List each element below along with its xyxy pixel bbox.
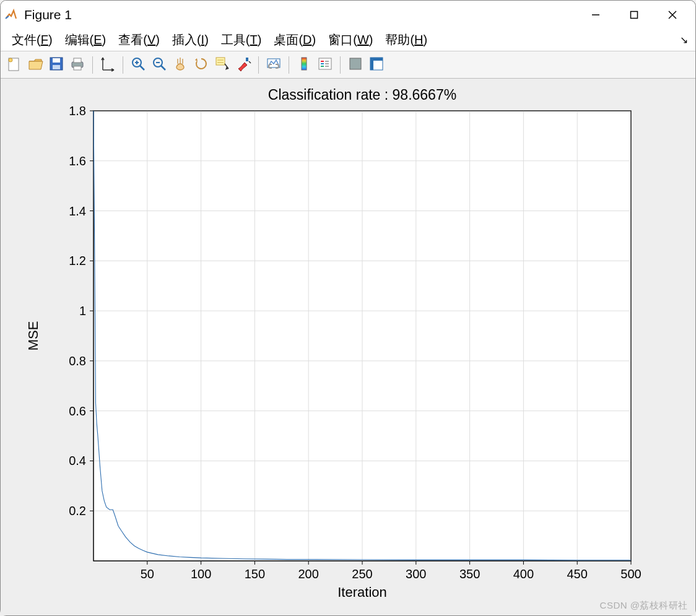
- colorbar-icon: [295, 55, 313, 75]
- x-tick-label: 100: [191, 567, 211, 581]
- legend-button[interactable]: [315, 55, 335, 75]
- edit-plot-icon: [99, 55, 116, 75]
- window-title: Figure 1: [24, 7, 576, 22]
- menu-item-v[interactable]: 查看(V): [112, 29, 166, 51]
- menu-item-w[interactable]: 窗口(W): [322, 29, 379, 51]
- pan-icon: [172, 55, 189, 75]
- x-tick-label: 450: [567, 567, 588, 581]
- x-tick-label: 50: [141, 567, 154, 581]
- save-icon: [48, 55, 65, 75]
- x-tick-label: 300: [406, 567, 426, 581]
- data-cursor-icon: [214, 55, 231, 75]
- minimize-button[interactable]: [576, 1, 615, 28]
- x-tick-label: 350: [459, 567, 480, 581]
- zoom-out-button[interactable]: [149, 55, 169, 75]
- svg-rect-25: [302, 58, 307, 70]
- hide-plot-icon: [347, 55, 364, 75]
- zoom-out-icon: [150, 55, 168, 75]
- link-plot-icon: [265, 55, 282, 75]
- new-figure-icon: [6, 55, 23, 75]
- svg-rect-10: [74, 58, 81, 63]
- legend-icon: [316, 55, 334, 75]
- y-tick-label: 1.6: [69, 154, 86, 168]
- x-tick-label: 250: [352, 567, 372, 581]
- dock-arrow-icon[interactable]: ↘: [680, 34, 688, 46]
- y-tick-label: 1.4: [69, 204, 86, 218]
- toolbar-separator: [123, 56, 123, 74]
- close-button[interactable]: [653, 1, 692, 28]
- y-tick-label: 1.8: [69, 104, 86, 118]
- svg-rect-19: [216, 58, 225, 65]
- pan-button[interactable]: [170, 55, 190, 75]
- menu-item-i[interactable]: 插入(I): [166, 29, 215, 51]
- menu-item-f[interactable]: 文件(F): [6, 29, 59, 51]
- x-tick-label: 400: [513, 567, 534, 581]
- svg-rect-7: [53, 58, 60, 63]
- rotate-button[interactable]: [191, 55, 211, 75]
- zoom-in-icon: [129, 55, 147, 75]
- window-controls: [576, 1, 692, 28]
- toolbar-separator: [258, 56, 259, 74]
- y-tick-label: 0.4: [69, 454, 86, 467]
- new-figure-button[interactable]: [4, 55, 24, 75]
- y-axis-label: MSE: [25, 321, 41, 351]
- toolbar-separator: [340, 56, 341, 74]
- y-tick-label: 1.2: [69, 254, 86, 267]
- brush-button[interactable]: [233, 55, 253, 75]
- x-tick-label: 500: [620, 567, 641, 581]
- toolbar-separator: [92, 56, 93, 74]
- svg-rect-11: [74, 66, 81, 70]
- layout-icon: [368, 55, 385, 75]
- save-button[interactable]: [46, 55, 66, 75]
- toolbar: [1, 51, 695, 79]
- chart-canvas: 501001502002503003504004505000.20.40.60.…: [1, 79, 695, 615]
- maximize-button[interactable]: [615, 1, 653, 28]
- layout-button[interactable]: [367, 55, 386, 75]
- print-icon: [69, 55, 86, 75]
- menu-item-e[interactable]: 编辑(E): [59, 29, 113, 51]
- x-axis-label: Iteration: [337, 584, 387, 600]
- svg-rect-1: [631, 12, 638, 19]
- x-tick-label: 150: [245, 567, 265, 581]
- svg-line-13: [140, 66, 144, 70]
- menu-item-t[interactable]: 工具(T): [215, 29, 268, 51]
- menu-item-d[interactable]: 桌面(D): [268, 29, 322, 51]
- link-plot-button[interactable]: [264, 55, 284, 75]
- plot-area: 501001502002503003504004505000.20.40.60.…: [1, 79, 695, 615]
- y-tick-label: 0.2: [69, 504, 86, 518]
- hide-plot-button[interactable]: [346, 55, 365, 75]
- matlab-icon: [4, 8, 18, 22]
- titlebar: Figure 1: [1, 1, 695, 29]
- toolbar-separator: [289, 56, 289, 74]
- rotate-icon: [193, 55, 210, 75]
- x-tick-label: 200: [298, 567, 319, 581]
- menubar: 文件(F)编辑(E)查看(V)插入(I)工具(T)桌面(D)窗口(W)帮助(H)…: [1, 29, 695, 51]
- open-icon: [27, 55, 44, 75]
- print-button[interactable]: [67, 55, 87, 75]
- y-tick-label: 1: [79, 304, 86, 318]
- chart-title: Classification rate : 98.6667%: [268, 87, 456, 103]
- edit-plot-button[interactable]: [98, 55, 118, 75]
- svg-rect-23: [246, 58, 248, 61]
- figure-window: Figure 1 文件(F)编辑(E)查看(V)插入(I)工具(T)桌面(D)窗…: [0, 0, 696, 616]
- svg-line-17: [161, 66, 165, 70]
- brush-icon: [235, 55, 252, 75]
- svg-rect-33: [350, 58, 361, 69]
- colorbar-button[interactable]: [294, 55, 314, 75]
- svg-point-5: [9, 58, 12, 62]
- svg-rect-36: [370, 58, 373, 70]
- y-tick-label: 0.8: [69, 354, 86, 368]
- menu-item-h[interactable]: 帮助(H): [379, 29, 433, 51]
- data-cursor-button[interactable]: [212, 55, 232, 75]
- open-button[interactable]: [25, 55, 45, 75]
- watermark-text: CSDN @荔枝科研社: [600, 600, 688, 612]
- zoom-in-button[interactable]: [128, 55, 148, 75]
- svg-rect-8: [53, 65, 60, 69]
- y-tick-label: 0.6: [69, 404, 86, 418]
